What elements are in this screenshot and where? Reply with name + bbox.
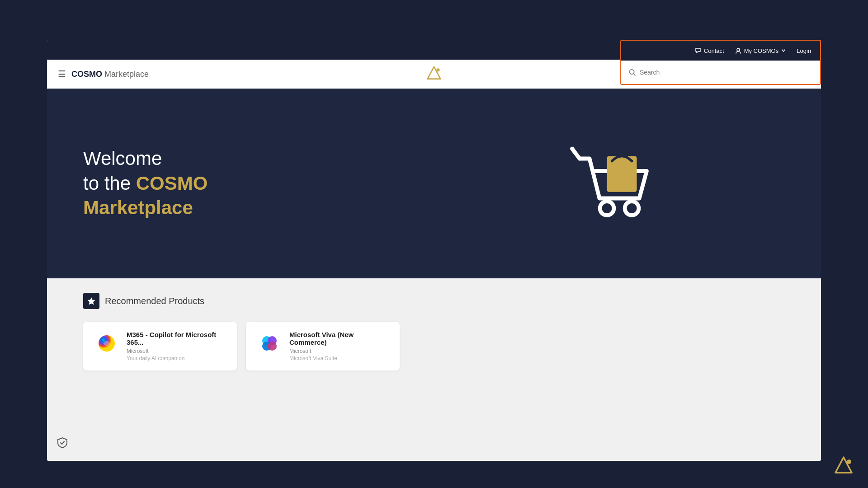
product-desc-m365: Your daily AI companion <box>127 355 226 361</box>
cosmo-bottom-logo-icon <box>834 455 854 475</box>
svg-marker-6 <box>88 297 95 305</box>
contact-nav-item[interactable]: Contact <box>695 47 724 54</box>
m365-copilot-icon <box>95 332 118 355</box>
shopping-cart-icon <box>560 134 659 233</box>
product-card-viva[interactable]: Microsoft Viva (New Commerce) Microsoft … <box>246 322 400 371</box>
cosmo-triangle-icon <box>426 65 442 81</box>
search-icon <box>628 68 636 76</box>
product-info-viva: Microsoft Viva (New Commerce) Microsoft … <box>289 331 389 361</box>
search-bar-container <box>621 61 820 84</box>
products-grid: M365 - Copilot for Microsoft 365... Micr… <box>83 322 785 371</box>
product-name-m365: M365 - Copilot for Microsoft 365... <box>127 331 226 346</box>
svg-point-1 <box>436 68 439 71</box>
viva-icon <box>258 332 281 355</box>
svg-point-14 <box>737 48 740 51</box>
search-input[interactable] <box>640 69 813 76</box>
brand-cosmo: COSMO <box>71 70 102 79</box>
brand-name: COSMO Marketplace <box>71 70 149 79</box>
my-cosmos-label: My COSMOs <box>744 47 779 54</box>
svg-line-5 <box>572 149 580 159</box>
login-label: Login <box>797 47 811 54</box>
chevron-down-icon <box>781 48 786 53</box>
recommended-title: Recommended Products <box>105 296 204 306</box>
product-brand-viva: Microsoft <box>289 348 389 354</box>
shield-privacy-icon[interactable] <box>56 436 69 452</box>
product-name-viva: Microsoft Viva (New Commerce) <box>289 331 389 346</box>
svg-point-18 <box>847 460 851 464</box>
hero-to-the: to the COSMO <box>83 171 434 196</box>
hero-line2: to the <box>83 173 136 194</box>
contact-label: Contact <box>704 47 724 54</box>
user-icon <box>735 47 741 54</box>
nav-items-container: Contact My COSMOs Login <box>621 41 820 61</box>
hero-marketplace-text: Marketplace <box>83 197 193 218</box>
shield-icon-svg <box>56 436 69 449</box>
hero-marketplace-line: Marketplace <box>83 196 434 221</box>
hero-line1: Welcome <box>83 148 162 169</box>
hamburger-menu-icon[interactable]: ☰ <box>58 69 66 80</box>
product-brand-m365: Microsoft <box>127 348 226 354</box>
svg-point-3 <box>600 202 614 216</box>
svg-point-4 <box>625 202 639 216</box>
hero-cart-icon-area <box>434 134 785 233</box>
bottom-right-logo <box>834 455 854 477</box>
hero-text: Welcome to the COSMO Marketplace <box>83 146 434 221</box>
svg-line-16 <box>633 74 635 75</box>
recommended-header: Recommended Products <box>83 293 785 309</box>
product-info-m365: M365 - Copilot for Microsoft 365... Micr… <box>127 331 226 361</box>
brand-marketplace-text: Marketplace <box>102 70 149 79</box>
hero-cosmo-text: COSMO <box>136 173 208 194</box>
product-card-m365[interactable]: M365 - Copilot for Microsoft 365... Micr… <box>83 322 237 371</box>
hero-section: Welcome to the COSMO Marketplace <box>47 89 821 278</box>
main-window: ☰ COSMO Marketplace Welcome to the COSMO… <box>47 40 821 461</box>
product-icon-m365 <box>94 331 119 356</box>
nav-search-box: Contact My COSMOs Login <box>620 40 821 85</box>
login-nav-item[interactable]: Login <box>797 47 811 54</box>
product-desc-viva: Microsoft Viva Suite <box>289 355 389 361</box>
chat-icon <box>695 47 701 54</box>
svg-point-13 <box>268 342 277 351</box>
star-badge <box>83 293 99 309</box>
header-center-logo <box>426 65 442 83</box>
hero-welcome-line: Welcome <box>83 146 434 171</box>
product-icon-viva <box>257 331 282 356</box>
my-cosmos-nav-item[interactable]: My COSMOs <box>735 47 786 54</box>
star-icon <box>87 296 96 305</box>
recommended-section: Recommended Products <box>47 278 821 461</box>
